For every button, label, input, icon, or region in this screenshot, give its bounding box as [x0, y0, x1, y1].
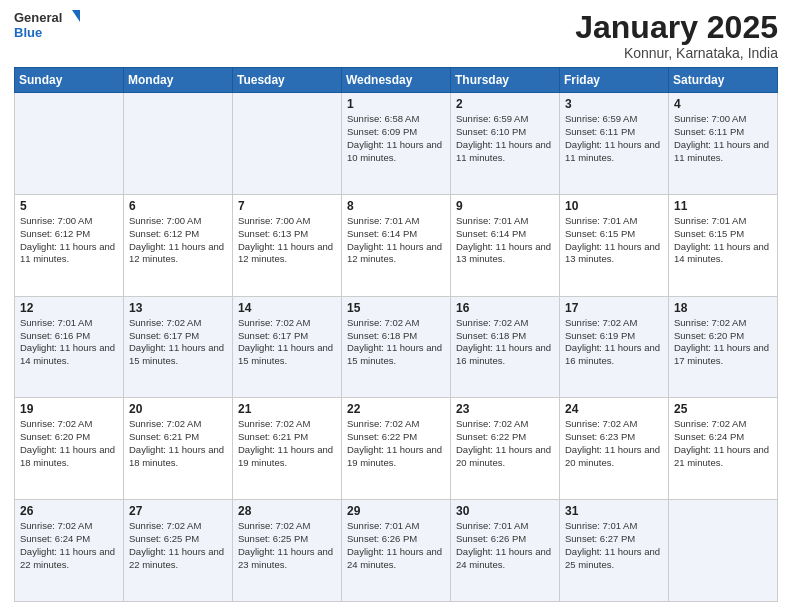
title-block: January 2025 Konnur, Karnataka, India: [575, 10, 778, 61]
day-number: 1: [347, 97, 445, 111]
calendar-header: Sunday Monday Tuesday Wednesday Thursday…: [15, 68, 778, 93]
day-number: 11: [674, 199, 772, 213]
day-info: Sunrise: 7:02 AMSunset: 6:22 PMDaylight:…: [456, 418, 554, 469]
day-number: 12: [20, 301, 118, 315]
day-info: Sunrise: 7:02 AMSunset: 6:22 PMDaylight:…: [347, 418, 445, 469]
svg-marker-0: [72, 10, 80, 22]
calendar-body: 1Sunrise: 6:58 AMSunset: 6:09 PMDaylight…: [15, 93, 778, 602]
day-info: Sunrise: 7:01 AMSunset: 6:15 PMDaylight:…: [565, 215, 663, 266]
day-info: Sunrise: 7:02 AMSunset: 6:20 PMDaylight:…: [674, 317, 772, 368]
day-number: 28: [238, 504, 336, 518]
title-month: January 2025: [575, 10, 778, 45]
logo-blue-text: Blue: [14, 26, 42, 40]
day-number: 6: [129, 199, 227, 213]
calendar-cell: [124, 93, 233, 195]
weekday-monday: Monday: [124, 68, 233, 93]
day-number: 9: [456, 199, 554, 213]
day-number: 24: [565, 402, 663, 416]
calendar-week-0: 1Sunrise: 6:58 AMSunset: 6:09 PMDaylight…: [15, 93, 778, 195]
day-number: 21: [238, 402, 336, 416]
logo-general-text: General: [14, 11, 62, 25]
day-number: 25: [674, 402, 772, 416]
day-number: 18: [674, 301, 772, 315]
day-number: 30: [456, 504, 554, 518]
calendar-cell: 3Sunrise: 6:59 AMSunset: 6:11 PMDaylight…: [560, 93, 669, 195]
calendar-cell: 18Sunrise: 7:02 AMSunset: 6:20 PMDayligh…: [669, 296, 778, 398]
calendar-cell: 2Sunrise: 6:59 AMSunset: 6:10 PMDaylight…: [451, 93, 560, 195]
weekday-friday: Friday: [560, 68, 669, 93]
calendar-cell: 6Sunrise: 7:00 AMSunset: 6:12 PMDaylight…: [124, 194, 233, 296]
day-number: 31: [565, 504, 663, 518]
calendar-cell: 15Sunrise: 7:02 AMSunset: 6:18 PMDayligh…: [342, 296, 451, 398]
calendar-cell: 8Sunrise: 7:01 AMSunset: 6:14 PMDaylight…: [342, 194, 451, 296]
day-info: Sunrise: 7:02 AMSunset: 6:19 PMDaylight:…: [565, 317, 663, 368]
day-number: 10: [565, 199, 663, 213]
day-info: Sunrise: 7:00 AMSunset: 6:13 PMDaylight:…: [238, 215, 336, 266]
day-info: Sunrise: 7:01 AMSunset: 6:26 PMDaylight:…: [347, 520, 445, 571]
day-number: 16: [456, 301, 554, 315]
logo: General Blue: [14, 10, 80, 40]
day-info: Sunrise: 7:02 AMSunset: 6:20 PMDaylight:…: [20, 418, 118, 469]
day-number: 22: [347, 402, 445, 416]
calendar-cell: 22Sunrise: 7:02 AMSunset: 6:22 PMDayligh…: [342, 398, 451, 500]
calendar-week-3: 19Sunrise: 7:02 AMSunset: 6:20 PMDayligh…: [15, 398, 778, 500]
calendar-cell: 7Sunrise: 7:00 AMSunset: 6:13 PMDaylight…: [233, 194, 342, 296]
calendar-week-4: 26Sunrise: 7:02 AMSunset: 6:24 PMDayligh…: [15, 500, 778, 602]
calendar-cell: 4Sunrise: 7:00 AMSunset: 6:11 PMDaylight…: [669, 93, 778, 195]
weekday-row: Sunday Monday Tuesday Wednesday Thursday…: [15, 68, 778, 93]
weekday-sunday: Sunday: [15, 68, 124, 93]
day-info: Sunrise: 7:02 AMSunset: 6:25 PMDaylight:…: [238, 520, 336, 571]
calendar-cell: [233, 93, 342, 195]
calendar-cell: 11Sunrise: 7:01 AMSunset: 6:15 PMDayligh…: [669, 194, 778, 296]
weekday-wednesday: Wednesday: [342, 68, 451, 93]
day-number: 13: [129, 301, 227, 315]
calendar-cell: 26Sunrise: 7:02 AMSunset: 6:24 PMDayligh…: [15, 500, 124, 602]
calendar-cell: 19Sunrise: 7:02 AMSunset: 6:20 PMDayligh…: [15, 398, 124, 500]
calendar-cell: 16Sunrise: 7:02 AMSunset: 6:18 PMDayligh…: [451, 296, 560, 398]
day-info: Sunrise: 7:00 AMSunset: 6:12 PMDaylight:…: [129, 215, 227, 266]
weekday-tuesday: Tuesday: [233, 68, 342, 93]
calendar-week-1: 5Sunrise: 7:00 AMSunset: 6:12 PMDaylight…: [15, 194, 778, 296]
day-number: 14: [238, 301, 336, 315]
day-info: Sunrise: 6:58 AMSunset: 6:09 PMDaylight:…: [347, 113, 445, 164]
calendar-cell: 30Sunrise: 7:01 AMSunset: 6:26 PMDayligh…: [451, 500, 560, 602]
title-location: Konnur, Karnataka, India: [575, 45, 778, 61]
page: General Blue January 2025 Konnur, Karnat…: [0, 0, 792, 612]
day-number: 29: [347, 504, 445, 518]
day-info: Sunrise: 6:59 AMSunset: 6:11 PMDaylight:…: [565, 113, 663, 164]
day-info: Sunrise: 7:02 AMSunset: 6:21 PMDaylight:…: [129, 418, 227, 469]
calendar-cell: 24Sunrise: 7:02 AMSunset: 6:23 PMDayligh…: [560, 398, 669, 500]
calendar-cell: 9Sunrise: 7:01 AMSunset: 6:14 PMDaylight…: [451, 194, 560, 296]
day-info: Sunrise: 7:02 AMSunset: 6:18 PMDaylight:…: [456, 317, 554, 368]
calendar-week-2: 12Sunrise: 7:01 AMSunset: 6:16 PMDayligh…: [15, 296, 778, 398]
day-number: 7: [238, 199, 336, 213]
day-info: Sunrise: 7:02 AMSunset: 6:24 PMDaylight:…: [674, 418, 772, 469]
day-info: Sunrise: 7:02 AMSunset: 6:18 PMDaylight:…: [347, 317, 445, 368]
day-info: Sunrise: 7:02 AMSunset: 6:17 PMDaylight:…: [129, 317, 227, 368]
calendar-cell: 21Sunrise: 7:02 AMSunset: 6:21 PMDayligh…: [233, 398, 342, 500]
calendar-cell: 28Sunrise: 7:02 AMSunset: 6:25 PMDayligh…: [233, 500, 342, 602]
day-number: 8: [347, 199, 445, 213]
calendar-cell: 27Sunrise: 7:02 AMSunset: 6:25 PMDayligh…: [124, 500, 233, 602]
calendar-cell: 1Sunrise: 6:58 AMSunset: 6:09 PMDaylight…: [342, 93, 451, 195]
calendar-cell: 17Sunrise: 7:02 AMSunset: 6:19 PMDayligh…: [560, 296, 669, 398]
calendar-cell: 12Sunrise: 7:01 AMSunset: 6:16 PMDayligh…: [15, 296, 124, 398]
day-number: 4: [674, 97, 772, 111]
weekday-thursday: Thursday: [451, 68, 560, 93]
day-number: 15: [347, 301, 445, 315]
day-info: Sunrise: 7:01 AMSunset: 6:14 PMDaylight:…: [456, 215, 554, 266]
day-info: Sunrise: 7:02 AMSunset: 6:21 PMDaylight:…: [238, 418, 336, 469]
day-info: Sunrise: 7:02 AMSunset: 6:23 PMDaylight:…: [565, 418, 663, 469]
day-info: Sunrise: 7:02 AMSunset: 6:17 PMDaylight:…: [238, 317, 336, 368]
day-number: 20: [129, 402, 227, 416]
day-info: Sunrise: 7:02 AMSunset: 6:24 PMDaylight:…: [20, 520, 118, 571]
calendar-cell: 13Sunrise: 7:02 AMSunset: 6:17 PMDayligh…: [124, 296, 233, 398]
weekday-saturday: Saturday: [669, 68, 778, 93]
day-info: Sunrise: 6:59 AMSunset: 6:10 PMDaylight:…: [456, 113, 554, 164]
calendar-cell: 20Sunrise: 7:02 AMSunset: 6:21 PMDayligh…: [124, 398, 233, 500]
day-info: Sunrise: 7:01 AMSunset: 6:26 PMDaylight:…: [456, 520, 554, 571]
day-info: Sunrise: 7:01 AMSunset: 6:14 PMDaylight:…: [347, 215, 445, 266]
calendar-cell: 29Sunrise: 7:01 AMSunset: 6:26 PMDayligh…: [342, 500, 451, 602]
day-number: 3: [565, 97, 663, 111]
logo-arrow-icon: [64, 10, 80, 26]
